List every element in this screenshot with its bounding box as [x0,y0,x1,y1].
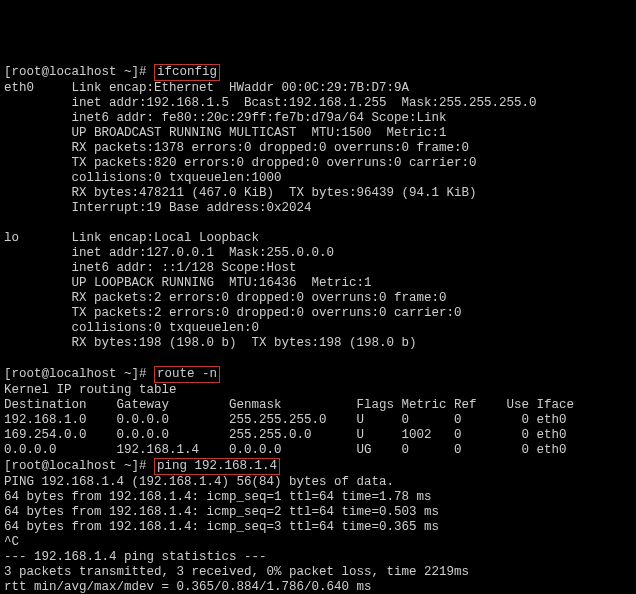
shell-prompt: [root@localhost ~]# [4,65,147,79]
terminal-output: [root@localhost ~]# ifconfig eth0 Link e… [4,65,574,594]
route-output: Kernel IP routing table Destination Gate… [4,383,574,457]
shell-prompt: [root@localhost ~]# [4,367,147,381]
shell-prompt: [root@localhost ~]# [4,459,147,473]
cmd-ping-gw: ping 192.168.1.4 [154,458,280,475]
cmd-ifconfig: ifconfig [154,64,220,81]
cmd-route: route -n [154,366,220,383]
ping-gw-output: PING 192.168.1.4 (192.168.1.4) 56(84) by… [4,475,469,594]
ifconfig-lo: lo Link encap:Local Loopback inet addr:1… [4,231,462,350]
ifconfig-eth0: eth0 Link encap:Ethernet HWaddr 00:0C:29… [4,81,537,215]
